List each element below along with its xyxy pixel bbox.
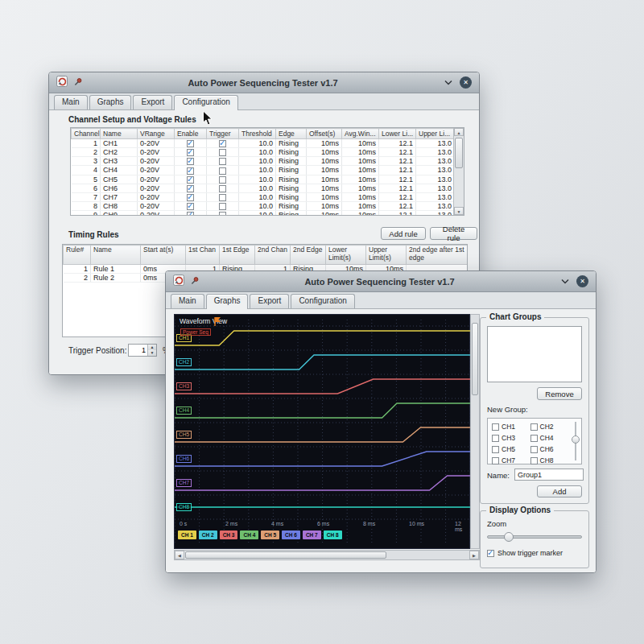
checkbox-icon[interactable] — [492, 435, 499, 442]
delete-rule-button[interactable]: Delete rule — [430, 227, 477, 240]
trigger-position-spinner[interactable]: 1 ▲ ▼ — [128, 344, 157, 357]
waveform-hscrollbar[interactable]: ◀ ▶ — [174, 550, 480, 560]
checkbox-icon[interactable] — [530, 446, 538, 453]
close-button[interactable]: ✕ — [576, 275, 588, 287]
trigger-checkbox[interactable] — [219, 176, 226, 184]
trigger-checkbox[interactable] — [219, 203, 226, 210]
channel-checkbox-item[interactable]: CH4 — [530, 434, 569, 442]
titlebar[interactable]: Auto Power Sequencing Tester v1.7 ✕ — [49, 72, 479, 93]
tab-main[interactable]: Main — [54, 95, 88, 109]
scroll-down-icon[interactable]: ▼ — [454, 207, 464, 215]
pin-icon[interactable] — [73, 76, 83, 90]
add-rule-button[interactable]: Add rule — [381, 227, 426, 240]
col-avg-win[interactable]: Avg.Win... — [342, 129, 379, 139]
checkbox-icon[interactable] — [492, 446, 499, 453]
col-upper-limit-s[interactable]: Upper Limit(s) — [366, 246, 407, 265]
col-trigger[interactable]: Trigger — [207, 129, 239, 139]
channel-checkbox-item[interactable]: CH8 — [530, 456, 569, 464]
col-lower-limit[interactable]: Lower Li... — [379, 129, 416, 139]
tab-configuration[interactable]: Configuration — [174, 95, 237, 110]
channel-row[interactable]: 1CH10-20V10.0Rising10ms10ms12.113.0 — [72, 139, 455, 148]
checkbox-scrollbar[interactable] — [572, 422, 580, 460]
col-name[interactable]: Name — [101, 129, 138, 139]
col-vrange[interactable]: VRange — [138, 129, 175, 139]
channel-row[interactable]: 4CH40-20V10.0Rising10ms10ms12.113.0 — [72, 166, 455, 175]
trigger-checkbox[interactable] — [219, 149, 226, 156]
enable-checkbox[interactable] — [187, 185, 194, 192]
tab-export[interactable]: Export — [133, 95, 172, 109]
enable-checkbox[interactable] — [187, 212, 194, 216]
trigger-marker-icon[interactable] — [214, 316, 221, 330]
col-offset[interactable]: Offset(s) — [307, 129, 342, 139]
trigger-checkbox[interactable] — [219, 140, 226, 147]
col-channel[interactable]: Channel — [72, 129, 101, 139]
col-edge[interactable]: Edge — [276, 129, 307, 139]
checkbox-icon[interactable] — [530, 423, 538, 431]
enable-checkbox[interactable] — [187, 176, 194, 184]
col-2nd-chan[interactable]: 2nd Chan — [255, 246, 291, 265]
channel-row[interactable]: 3CH30-20V10.0Rising10ms10ms12.113.0 — [72, 157, 455, 166]
channel-table[interactable]: Channel Name VRange Enable Trigger Thres… — [71, 128, 455, 216]
col-start-at[interactable]: Start at(s) — [141, 246, 186, 265]
scroll-left-icon[interactable]: ◀ — [175, 551, 184, 559]
channel-checkbox-item[interactable]: CH2 — [530, 423, 569, 431]
enable-checkbox[interactable] — [187, 203, 194, 210]
remove-button[interactable]: Remove — [537, 387, 582, 400]
scrollbar-thumb[interactable] — [185, 551, 386, 559]
chart-groups-list[interactable] — [487, 326, 582, 382]
checkbox-icon[interactable] — [492, 457, 499, 464]
minimize-icon[interactable] — [443, 77, 454, 89]
add-button[interactable]: Add — [537, 485, 582, 497]
checkbox-icon[interactable] — [530, 435, 538, 442]
col-threshold[interactable]: Threshold — [239, 129, 276, 139]
channel-row[interactable]: 8CH80-20V10.0Rising10ms10ms12.113.0 — [72, 201, 455, 210]
trigger-checkbox[interactable] — [219, 194, 226, 201]
channel-row[interactable]: 5CH50-20V10.0Rising10ms10ms12.113.0 — [72, 175, 455, 184]
channel-checkbox-item[interactable]: CH6 — [530, 445, 569, 453]
tab-graphs[interactable]: Graphs — [206, 294, 249, 309]
col-lower-limit-s[interactable]: Lower Limit(s) — [326, 246, 366, 265]
tab-configuration[interactable]: Configuration — [291, 294, 354, 308]
channel-checkbox-item[interactable]: CH5 — [492, 445, 530, 453]
col-1st-edge[interactable]: 1st Edge — [220, 246, 255, 265]
enable-checkbox[interactable] — [187, 167, 194, 175]
trigger-checkbox[interactable] — [219, 185, 226, 192]
col-enable[interactable]: Enable — [175, 129, 207, 139]
zoom-slider-track[interactable] — [487, 535, 582, 539]
trigger-checkbox[interactable] — [219, 158, 226, 165]
spin-down-icon[interactable]: ▼ — [148, 350, 156, 356]
enable-checkbox[interactable] — [187, 149, 194, 156]
scrollbar-thumb[interactable] — [572, 436, 580, 444]
checkbox-icon[interactable] — [530, 457, 538, 464]
titlebar[interactable]: Auto Power Sequencing Tester v1.7 ✕ — [166, 271, 596, 292]
minimize-icon[interactable] — [559, 276, 571, 287]
pin-icon[interactable] — [190, 275, 200, 289]
trigger-checkbox[interactable] — [219, 167, 226, 175]
col-2nd-edge[interactable]: 2nd Edge — [291, 246, 326, 265]
channel-row[interactable]: 7CH70-20V10.0Rising10ms10ms12.113.0 — [72, 192, 455, 201]
scrollbar-thumb[interactable] — [472, 323, 478, 395]
zoom-slider-knob[interactable] — [504, 532, 514, 542]
close-button[interactable]: ✕ — [460, 76, 472, 89]
tab-export[interactable]: Export — [250, 294, 289, 308]
show-trigger-checkbox[interactable] — [487, 550, 494, 557]
channel-checkbox-item[interactable]: CH7 — [492, 456, 530, 464]
waveform-vscrollbar[interactable] — [470, 314, 480, 549]
channel-checkbox-item[interactable]: CH1 — [492, 423, 530, 431]
col-upper-limit[interactable]: Upper Li... — [416, 129, 455, 139]
channel-row[interactable]: 9CH90-20V10.0Rising10ms10ms12.113.0 — [72, 211, 455, 217]
channel-checkbox-item[interactable]: CH3 — [492, 434, 530, 442]
scrollbar-thumb[interactable] — [455, 138, 463, 168]
checkbox-icon[interactable] — [492, 423, 499, 431]
scroll-right-icon[interactable]: ▶ — [469, 551, 479, 559]
group-name-input[interactable] — [514, 469, 584, 481]
spin-up-icon[interactable]: ▲ — [148, 345, 156, 350]
tab-graphs[interactable]: Graphs — [89, 95, 132, 109]
enable-checkbox[interactable] — [187, 140, 194, 147]
col-2nd-after-1st[interactable]: 2nd edge after 1st edge — [407, 246, 468, 265]
tab-main[interactable]: Main — [171, 294, 204, 308]
enable-checkbox[interactable] — [187, 194, 194, 201]
scroll-up-icon[interactable]: ▲ — [454, 128, 464, 136]
channel-row[interactable]: 6CH60-20V10.0Rising10ms10ms12.113.0 — [72, 184, 455, 192]
col-rule-name[interactable]: Name — [91, 246, 141, 265]
